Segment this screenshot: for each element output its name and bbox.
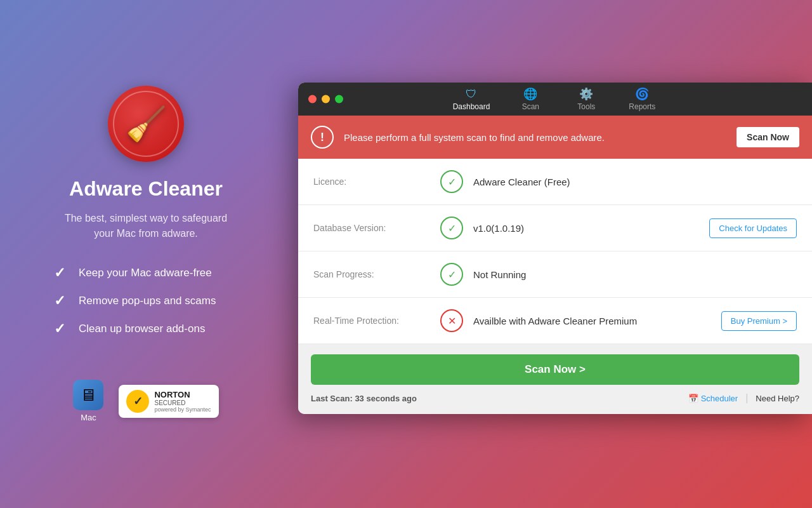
- broom-icon: 🧹: [126, 105, 167, 144]
- app-window: 🛡 Dashboard 🌐 Scan ⚙️ Tools 🌀 Reports ! …: [298, 83, 812, 414]
- bottom-footer: Last Scan: 33 seconds ago 📅 Scheduler | …: [311, 392, 799, 404]
- last-scan-label: Last Scan:: [311, 394, 353, 403]
- norton-secured: SECURED: [154, 399, 211, 406]
- norton-powered: powered by Symantec: [154, 406, 211, 413]
- footer-divider: |: [745, 392, 748, 404]
- database-version-row: Database Version: ✓ v1.0(1.0.19) Check f…: [298, 205, 812, 251]
- check-icon-1: [51, 264, 69, 282]
- need-help-link[interactable]: Need Help?: [756, 394, 799, 403]
- licence-status-icon: ✓: [440, 170, 463, 193]
- realtime-x-icon: ✕: [448, 315, 456, 327]
- tab-dashboard-label: Dashboard: [453, 102, 490, 111]
- database-check-icon: ✓: [448, 222, 456, 234]
- close-button[interactable]: [308, 95, 317, 104]
- footer-links: 📅 Scheduler | Need Help?: [688, 392, 799, 404]
- licence-check-icon: ✓: [448, 176, 456, 188]
- realtime-protection-value: Availble with Adware Cleaner Premium: [473, 316, 721, 326]
- norton-name: NORTON: [154, 390, 211, 399]
- scan-progress-row: Scan Progress: ✓ Not Running: [298, 251, 812, 298]
- buy-premium-button[interactable]: Buy Premium >: [721, 311, 797, 331]
- licence-value: Adware Cleaner (Free): [473, 177, 797, 187]
- check-icon-2: [51, 292, 69, 310]
- tools-icon: ⚙️: [579, 87, 593, 101]
- licence-label: Licence:: [313, 177, 440, 187]
- realtime-protection-label: Real-Time Protection:: [313, 316, 440, 326]
- feature-label-1: Keep your Mac adware-free: [79, 267, 212, 279]
- tab-reports[interactable]: 🌀 Reports: [617, 84, 667, 114]
- mac-label: Mac: [81, 413, 96, 422]
- scan-progress-status-icon: ✓: [440, 263, 463, 286]
- database-status-icon: ✓: [440, 217, 463, 239]
- alert-icon: !: [311, 126, 334, 149]
- feature-label-3: Clean up browser add-ons: [79, 323, 205, 335]
- mac-badge: 🖥 Mac: [73, 380, 103, 422]
- database-action: Check for Updates: [709, 218, 797, 238]
- app-name: Adware Cleaner: [69, 177, 223, 201]
- title-bar: 🛡 Dashboard 🌐 Scan ⚙️ Tools 🌀 Reports: [298, 83, 812, 116]
- feature-item-3: Clean up browser add-ons: [51, 320, 241, 338]
- maximize-button[interactable]: [335, 95, 343, 104]
- norton-text: NORTON SECURED powered by Symantec: [154, 390, 211, 413]
- app-tagline: The best, simplest way to safeguard your…: [63, 211, 228, 241]
- realtime-protection-row: Real-Time Protection: ✕ Availble with Ad…: [298, 298, 812, 344]
- scheduler-label: Scheduler: [701, 394, 738, 403]
- tab-dashboard[interactable]: 🛡 Dashboard: [443, 85, 501, 114]
- tab-scan[interactable]: 🌐 Scan: [505, 84, 556, 114]
- alert-warning-icon: !: [320, 131, 324, 144]
- tab-tools-label: Tools: [577, 102, 595, 111]
- last-scan-info: Last Scan: 33 seconds ago: [311, 394, 417, 403]
- database-version-value: v1.0(1.0.19): [473, 223, 709, 234]
- nav-tabs: 🛡 Dashboard 🌐 Scan ⚙️ Tools 🌀 Reports: [308, 84, 802, 114]
- tab-tools[interactable]: ⚙️ Tools: [561, 84, 612, 114]
- dashboard-icon: 🛡: [466, 88, 477, 101]
- scan-progress-value: Not Running: [473, 269, 797, 280]
- feature-label-2: Remove pop-ups and scams: [79, 295, 216, 307]
- scan-now-button[interactable]: Scan Now: [737, 127, 799, 147]
- reports-icon: 🌀: [635, 87, 649, 101]
- realtime-status-icon: ✕: [440, 309, 463, 332]
- bottom-section: Scan Now > Last Scan: 33 seconds ago 📅 S…: [298, 344, 812, 414]
- database-version-label: Database Version:: [313, 223, 440, 233]
- traffic-lights: [308, 95, 343, 104]
- left-panel: 🧹 Adware Cleaner The best, simplest way …: [0, 0, 292, 508]
- norton-check-icon: ✓: [126, 390, 149, 413]
- norton-badge: ✓ NORTON SECURED powered by Symantec: [119, 385, 218, 418]
- app-icon: 🧹: [108, 86, 184, 162]
- check-updates-button[interactable]: Check for Updates: [709, 218, 797, 238]
- scheduler-link[interactable]: 📅 Scheduler: [688, 394, 738, 403]
- badges-area: 🖥 Mac ✓ NORTON SECURED powered by Symant…: [73, 380, 218, 422]
- calendar-icon: 📅: [688, 394, 698, 403]
- features-list: Keep your Mac adware-free Remove pop-ups…: [51, 264, 241, 348]
- minimize-button[interactable]: [322, 95, 330, 104]
- tab-reports-label: Reports: [629, 102, 655, 111]
- licence-row: Licence: ✓ Adware Cleaner (Free): [298, 159, 812, 205]
- alert-banner: ! Please perform a full system scan to f…: [298, 116, 812, 159]
- scan-progress-label: Scan Progress:: [313, 269, 440, 279]
- scan-now-big-button[interactable]: Scan Now >: [311, 354, 799, 385]
- mac-icon: 🖥: [73, 380, 103, 410]
- scan-icon: 🌐: [523, 87, 537, 101]
- realtime-action: Buy Premium >: [721, 311, 797, 331]
- check-icon-3: [51, 320, 69, 338]
- scan-progress-check-icon: ✓: [448, 269, 456, 281]
- feature-item-2: Remove pop-ups and scams: [51, 292, 241, 310]
- tab-scan-label: Scan: [522, 102, 539, 111]
- alert-message: Please perform a full system scan to fin…: [344, 132, 726, 143]
- content-area: Licence: ✓ Adware Cleaner (Free) Databas…: [298, 159, 812, 344]
- feature-item-1: Keep your Mac adware-free: [51, 264, 241, 282]
- last-scan-value: 33 seconds ago: [355, 394, 417, 403]
